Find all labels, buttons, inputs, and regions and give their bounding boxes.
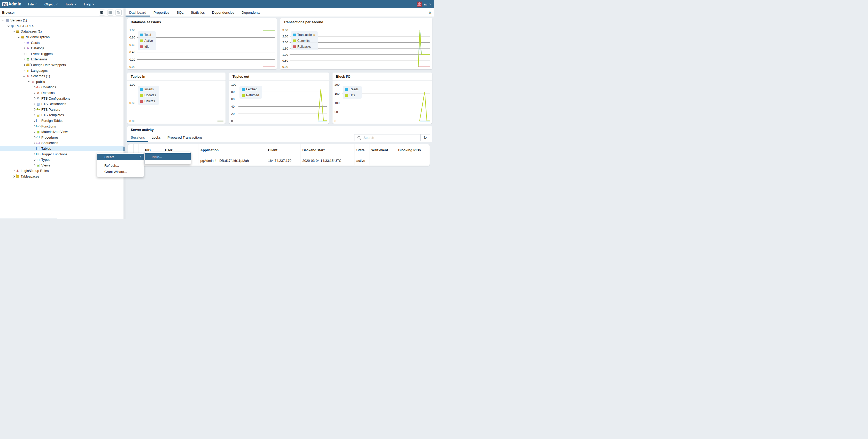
postgres-icon: ◉ <box>10 24 15 28</box>
tree-item-extensions[interactable]: ⊞Extensions <box>0 57 123 62</box>
legend-swatch <box>345 88 348 91</box>
tree-item-databases-1[interactable]: Databases (1) <box>0 29 123 34</box>
chart-legend: TransactionsCommitsRollbacks <box>291 31 318 50</box>
chevron-down-icon[interactable] <box>17 37 21 38</box>
svg-text:0.00: 0.00 <box>129 65 135 68</box>
procedures-icon: { } <box>36 136 40 139</box>
chevron-right-icon[interactable] <box>22 47 26 49</box>
tab-prepared-transactions[interactable]: Prepared Transactions <box>164 133 206 142</box>
chevron-right-icon[interactable] <box>33 114 36 116</box>
chevron-right-icon[interactable] <box>12 176 15 177</box>
view-data-button[interactable] <box>107 9 114 15</box>
tree-item-fts-templates[interactable]: ▤FTS Templates <box>0 112 123 118</box>
menu-object[interactable]: Object <box>44 2 57 6</box>
menu-help[interactable]: Help <box>84 2 94 6</box>
panel-splitter[interactable] <box>123 8 126 220</box>
chevron-right-icon[interactable] <box>33 109 36 110</box>
tab-properties[interactable]: Properties <box>150 8 173 16</box>
chevron-right-icon[interactable] <box>33 87 36 88</box>
tree-item-label: d17fekh11pf2ah <box>26 35 50 39</box>
tree-item-languages[interactable]: ◗Languages <box>0 68 123 73</box>
tab-sessions[interactable]: Sessions <box>127 133 148 142</box>
chevron-right-icon[interactable] <box>33 120 36 122</box>
fts-config-icon: ⚙ <box>36 97 40 100</box>
chevron-down-icon[interactable] <box>27 81 31 82</box>
context-menu-item-table[interactable]: Table... <box>145 153 191 160</box>
tree-item-fts-dictionaries[interactable]: ▥FTS Dictionaries <box>0 101 123 107</box>
menu-tools[interactable]: Tools <box>65 2 76 6</box>
context-menu-item-grant-wizard[interactable]: Grant Wizard... <box>97 169 144 175</box>
tree-item-foreign-data-wrappers[interactable]: ↗Foreign Data Wrappers <box>0 62 123 68</box>
chevron-right-icon[interactable] <box>33 103 36 105</box>
chevron-down-icon[interactable] <box>22 76 26 77</box>
top-bar: pg Admin FileObjectToolsHelp ajr <box>0 0 434 8</box>
tree-item-collations[interactable]: A↓Collations <box>0 85 123 90</box>
tree-item-postgres[interactable]: ◉POSTGRES <box>0 23 123 29</box>
chevron-right-icon[interactable] <box>33 159 36 161</box>
chevron-right-icon[interactable] <box>33 137 36 138</box>
tab-dependents[interactable]: Dependents <box>238 8 264 16</box>
chevron-right-icon[interactable] <box>22 59 26 60</box>
tree-item-materialized-views[interactable]: ▣Materialized Views <box>0 129 123 135</box>
mat-views-icon: ▣ <box>36 130 40 133</box>
refresh-button[interactable]: ↻ <box>420 134 430 141</box>
query-tool-button[interactable] <box>99 9 105 15</box>
chevron-right-icon[interactable] <box>22 70 26 71</box>
tree-item-functions[interactable]: {≡}Functions <box>0 123 123 129</box>
column-header-client: Client <box>266 144 300 156</box>
horizontal-scrollbar-thumb[interactable] <box>0 218 57 220</box>
chevron-down-icon[interactable] <box>12 31 15 32</box>
panel-title: Transactions per second <box>280 18 432 26</box>
chevron-right-icon[interactable] <box>12 170 15 172</box>
tree-item-servers-1[interactable]: ▤Servers (1) <box>0 18 123 23</box>
tree-item-label: FTS Parsers <box>41 108 60 111</box>
context-menu-item-refresh[interactable]: Refresh... <box>97 162 144 169</box>
legend-label: Rollbacks <box>297 45 311 48</box>
tree-item-fts-configurations[interactable]: ⚙FTS Configurations <box>0 96 123 101</box>
languages-icon: ◗ <box>26 69 30 72</box>
tree-item-sequences[interactable]: 1..3Sequences <box>0 140 123 146</box>
tree-item-label: Collations <box>41 85 56 89</box>
tree-item-public[interactable]: ◈public <box>0 79 123 85</box>
column-header-backend-start: Backend start <box>300 144 354 156</box>
chevron-right-icon[interactable] <box>22 53 26 55</box>
legend-item: Updates <box>140 94 156 97</box>
menu-file[interactable]: File <box>28 2 37 6</box>
tree-item-fts-parsers[interactable]: AaFTS Parsers <box>0 107 123 112</box>
chevron-right-icon[interactable] <box>22 42 26 43</box>
tree-item-casts[interactable]: ⇄Casts <box>0 40 123 45</box>
chevron-down-icon[interactable] <box>2 20 5 21</box>
chevron-right-icon[interactable] <box>33 142 36 144</box>
legend-label: Returned <box>246 94 259 97</box>
filtered-rows-button[interactable] <box>116 9 122 15</box>
legend-item: Commits <box>293 39 315 42</box>
tree-item-procedures[interactable]: { }Procedures <box>0 134 123 140</box>
chevron-right-icon[interactable] <box>33 92 36 94</box>
chevron-right-icon[interactable] <box>33 98 36 99</box>
chevron-right-icon[interactable] <box>33 164 36 166</box>
tab-dependencies[interactable]: Dependencies <box>209 8 238 16</box>
legend-swatch <box>293 39 296 42</box>
search-input[interactable]: Search <box>364 136 420 140</box>
chevron-down-icon[interactable] <box>7 26 10 27</box>
tree-item-d17fekh11pf2ah[interactable]: d17fekh11pf2ah <box>0 34 123 40</box>
user-menu[interactable]: ajr <box>417 2 431 7</box>
session-search[interactable]: Search ↻ <box>354 134 430 141</box>
column-header-wait-event: Wait event <box>369 144 396 156</box>
tree-item-event-triggers[interactable]: ◳Event Triggers <box>0 51 123 57</box>
tree-item-catalogs[interactable]: ❖Catalogs <box>0 45 123 51</box>
context-menu-item-create[interactable]: Create <box>97 154 144 160</box>
tab-sql[interactable]: SQL <box>173 8 187 16</box>
tab-statistics[interactable]: Statistics <box>187 8 209 16</box>
tree-item-label: Tables <box>41 146 51 150</box>
chevron-right-icon[interactable] <box>33 131 36 133</box>
series-hits <box>420 92 430 121</box>
tree-item-foreign-tables[interactable]: Foreign Tables <box>0 118 123 124</box>
tree-item-tables[interactable]: Tables <box>0 146 123 151</box>
tab-dashboard[interactable]: Dashboard <box>126 8 150 16</box>
close-icon[interactable]: × <box>429 10 431 15</box>
tree-item-schemas-1[interactable]: ❖Schemas (1) <box>0 73 123 79</box>
tab-locks[interactable]: Locks <box>148 133 164 142</box>
tree-item-domains[interactable]: ⌂Domains <box>0 90 123 96</box>
chevron-right-icon[interactable] <box>22 64 26 66</box>
